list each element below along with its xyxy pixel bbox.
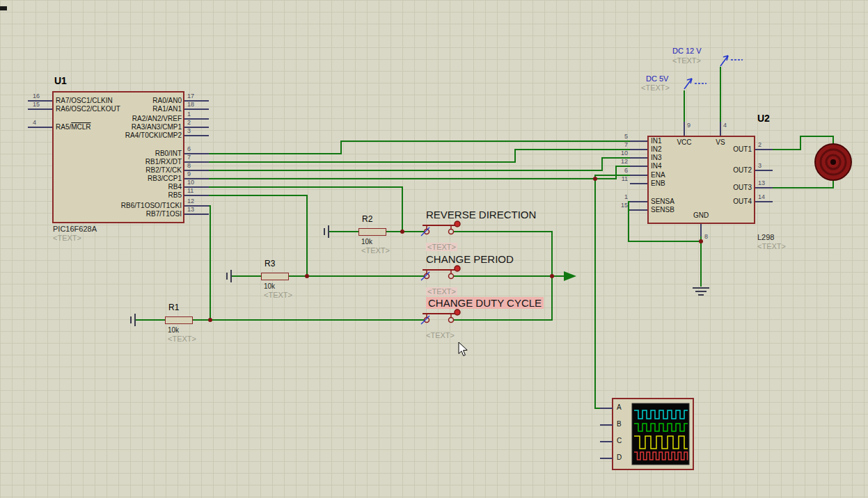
pin-number: 7 — [611, 140, 628, 149]
scope-channel-label: C — [617, 437, 622, 445]
pin-number: 10 — [611, 149, 628, 157]
output-terminal-arrow-icon[interactable] — [564, 271, 576, 281]
pin-number: 17 — [187, 92, 194, 100]
power-label-12v: DC 12 V — [672, 47, 702, 55]
pin-name: RB4 — [54, 183, 182, 191]
button-label: REVERSE DIRECTION — [426, 209, 536, 220]
resistor-text-placeholder: <TEXT> — [361, 246, 390, 255]
pin-number: 9 — [187, 170, 191, 178]
pin-number: 5 — [611, 132, 628, 140]
button-actuator-icon[interactable] — [455, 266, 460, 271]
pin-number: 1 — [611, 193, 628, 201]
u1-part: PIC16F628A — [53, 225, 97, 233]
button-text-placeholder: <TEXT> — [426, 243, 457, 251]
pin-number: 1 — [187, 110, 191, 118]
pin-number: 16 — [33, 92, 40, 100]
pin-name: SENSB — [651, 206, 674, 214]
junction-dot — [550, 274, 554, 278]
pin-name: RB3/CCP1 — [54, 175, 182, 183]
pin-name: IN2 — [651, 145, 662, 154]
u1-text-placeholder: <TEXT> — [53, 234, 81, 242]
wire-rb3-in4[interactable] — [209, 166, 630, 179]
wire-rb5[interactable] — [209, 195, 307, 276]
pin-name: RA1/AN1 — [54, 105, 182, 113]
button-actuator-icon[interactable] — [455, 221, 460, 227]
ground-icon[interactable] — [693, 288, 709, 295]
scope-channel-label: D — [617, 453, 622, 462]
pin-number: 15 — [33, 100, 40, 109]
pin-number: 15 — [611, 201, 628, 209]
pin-number: 4 — [33, 118, 36, 127]
button-label: CHANGE PERIOD — [426, 253, 514, 265]
mouse-cursor-icon — [459, 342, 467, 356]
pin-name: RA3/AN3/CMP1 — [54, 123, 182, 131]
pin-name: SENSA — [651, 198, 674, 206]
wire-motor-bottom[interactable] — [773, 179, 833, 188]
pin-number: 3 — [758, 161, 762, 170]
resistor-body[interactable] — [358, 228, 386, 236]
pin-number: 8 — [704, 232, 708, 241]
pin-number: 10 — [187, 178, 194, 186]
wire-to-scope-a[interactable] — [595, 179, 613, 408]
pin-number: 7 — [187, 153, 191, 161]
wire-rb2-in3[interactable] — [209, 158, 630, 170]
resistor-body[interactable] — [165, 316, 193, 324]
pin-name: OUT4 — [682, 198, 752, 206]
pin-number: 3 — [187, 127, 191, 135]
pin-number: 11 — [611, 175, 628, 183]
u2-text-placeholder: <TEXT> — [757, 242, 786, 250]
pin-number: 8 — [187, 161, 191, 170]
junction-dot — [305, 274, 309, 278]
pin-number: 6 — [611, 166, 628, 175]
resistor-ref: R2 — [362, 215, 372, 223]
resistor-value: 10k — [361, 238, 372, 246]
pin-name: RB1/RX/DT — [54, 158, 182, 166]
pin-number: 13 — [187, 205, 194, 214]
pin-number: 9 — [687, 121, 691, 129]
wire-rb4[interactable] — [209, 187, 402, 232]
sheet-origin-marker — [0, 6, 7, 10]
resistor-body[interactable] — [261, 273, 289, 280]
button-text-placeholder: <TEXT> — [426, 331, 455, 339]
u2-ref: U2 — [757, 114, 770, 122]
pin-name: RA0/AN0 — [54, 97, 182, 105]
pin-name: ENB — [651, 179, 665, 188]
pin-number: 12 — [611, 157, 628, 166]
pin-name: VCC — [674, 138, 695, 147]
wire-rb1-in2[interactable] — [209, 150, 630, 162]
schematic-canvas[interactable]: U1 PIC16F628A <TEXT> U2 L298 <TEXT> DC 1… — [0, 0, 868, 498]
button-contact[interactable] — [449, 230, 454, 234]
wire-rb0-in1[interactable] — [209, 141, 630, 154]
dc-motor[interactable] — [815, 144, 851, 180]
pin-number: 6 — [187, 145, 191, 153]
power-label-5v: DC 5V — [646, 74, 668, 83]
pin-name: RB7/T1OSI — [54, 210, 182, 218]
pin-name: IN3 — [651, 154, 662, 162]
button-contact[interactable] — [449, 274, 454, 279]
button-contact[interactable] — [449, 318, 454, 323]
pin-number: 13 — [758, 179, 765, 187]
junction-dot — [593, 177, 597, 181]
button-text-placeholder: <TEXT> — [426, 287, 457, 296]
pin-name: IN4 — [651, 162, 662, 170]
pin-name: ENA — [651, 171, 665, 179]
resistor-text-placeholder: <TEXT> — [168, 335, 196, 343]
pin-number: 4 — [723, 121, 727, 129]
u2-part: L298 — [757, 233, 774, 241]
pin-number: 11 — [187, 186, 194, 195]
pin-name: VS — [710, 138, 731, 147]
power-terminal-5v-icon[interactable] — [684, 79, 707, 89]
wire-rb6[interactable] — [209, 206, 210, 320]
power-terminal-12v-icon[interactable] — [720, 56, 743, 66]
pin-name: RA4/T0CKI/CMP2 — [54, 131, 182, 140]
button-actuator-icon[interactable] — [455, 310, 460, 315]
junction-dot — [208, 318, 212, 322]
junction-dot — [699, 239, 703, 243]
scope-channel-label: A — [617, 403, 622, 412]
power-12v-text-placeholder: <TEXT> — [672, 56, 701, 65]
resistor-ref: R1 — [168, 303, 179, 312]
resistor-ref: R3 — [265, 259, 275, 268]
pin-name: RB6/T1OSO/T1CKI — [54, 202, 182, 210]
resistor-value: 10k — [264, 282, 275, 291]
pin-name: GND — [691, 211, 711, 220]
